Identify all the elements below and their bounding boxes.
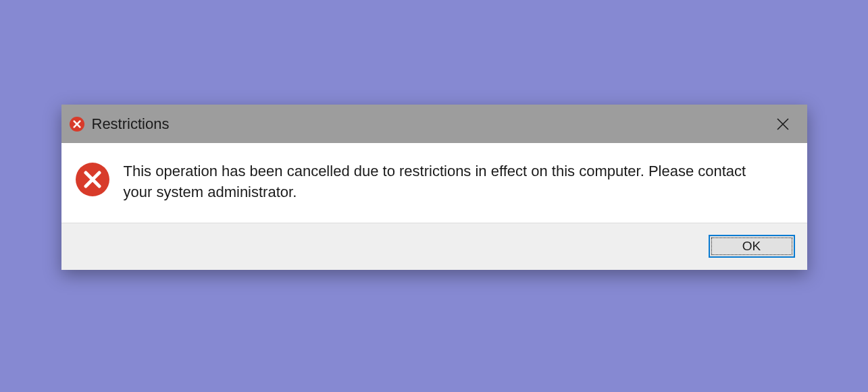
dialog-title: Restrictions [92,115,768,133]
error-icon [74,161,111,198]
dialog-footer: OK [61,223,807,270]
dialog-body: This operation has been cancelled due to… [61,143,807,223]
ok-button[interactable]: OK [709,235,795,258]
restrictions-dialog: Restrictions This operation has been can… [61,105,807,270]
dialog-message: This operation has been cancelled due to… [124,159,772,202]
close-button[interactable] [768,109,798,139]
error-icon [68,115,86,133]
titlebar: Restrictions [61,105,807,143]
